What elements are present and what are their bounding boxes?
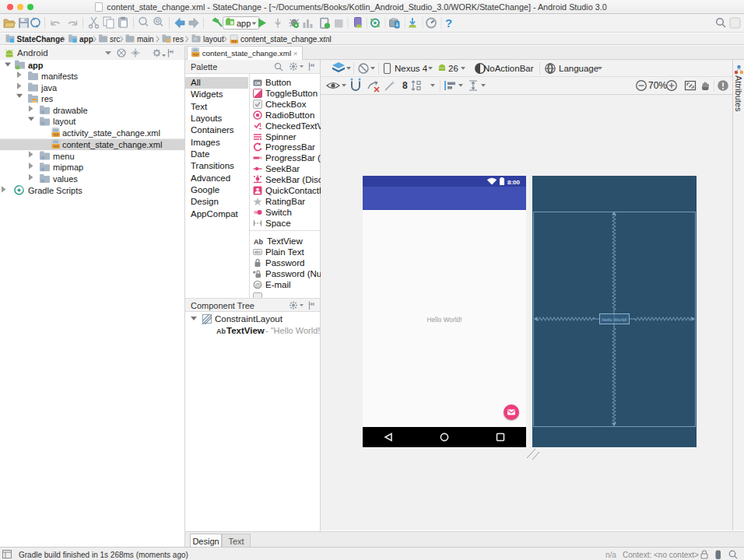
svg-text:abc: abc — [254, 250, 261, 254]
svg-text:?: ? — [445, 16, 452, 30]
svg-text:manifests: manifests — [41, 72, 79, 81]
svg-text:Language: Language — [559, 64, 598, 73]
svg-text:Gradle Scripts: Gradle Scripts — [28, 186, 82, 195]
svg-text:70%: 70% — [648, 80, 667, 91]
svg-text:values: values — [53, 174, 78, 184]
svg-text:8: 8 — [402, 80, 408, 91]
svg-text:8:00: 8:00 — [507, 179, 521, 186]
svg-text:<>: <> — [193, 52, 199, 57]
svg-text:res: res — [41, 94, 54, 103]
svg-text:- "Hello World!": - "Hello World!" — [265, 326, 320, 335]
svg-text:app: app — [28, 61, 44, 70]
svg-text:content_state_change.xml: content_state_change.xml — [240, 35, 332, 44]
svg-text:Ab: Ab — [254, 238, 263, 246]
svg-text:drawable: drawable — [53, 106, 88, 115]
svg-text:#: # — [253, 270, 256, 275]
svg-text:res: res — [173, 35, 184, 44]
svg-text:<>: <> — [53, 144, 59, 149]
svg-text:<>: <> — [232, 39, 237, 44]
svg-text:activity_state_change.xml: activity_state_change.xml — [62, 128, 160, 138]
svg-text:layout: layout — [203, 35, 224, 44]
svg-text:mipmap: mipmap — [53, 163, 83, 172]
svg-text:layout: layout — [53, 117, 75, 126]
svg-text:main: main — [137, 35, 154, 44]
svg-text:TextView: TextView — [226, 326, 265, 335]
svg-text:Hello World!: Hello World! — [602, 317, 627, 322]
svg-text:ConstraintLayout: ConstraintLayout — [215, 314, 283, 324]
svg-text:menu: menu — [53, 152, 75, 161]
svg-text:NoActionBar: NoActionBar — [483, 64, 534, 73]
svg-text:<>: <> — [53, 132, 59, 137]
svg-text:src: src — [110, 35, 120, 44]
svg-text:Nexus 4: Nexus 4 — [395, 64, 428, 73]
svg-text:java: java — [40, 83, 58, 93]
svg-text:Ab: Ab — [216, 327, 226, 335]
svg-text:@: @ — [254, 282, 261, 289]
svg-text:app: app — [79, 35, 93, 44]
svg-text:StateChange: StateChange — [17, 35, 65, 44]
svg-text:app: app — [237, 19, 251, 28]
svg-text:26: 26 — [448, 64, 458, 73]
svg-text:OK: OK — [254, 81, 261, 86]
svg-text:Android: Android — [17, 48, 48, 58]
svg-text:content_state_change.xml: content_state_change.xml — [62, 140, 162, 149]
